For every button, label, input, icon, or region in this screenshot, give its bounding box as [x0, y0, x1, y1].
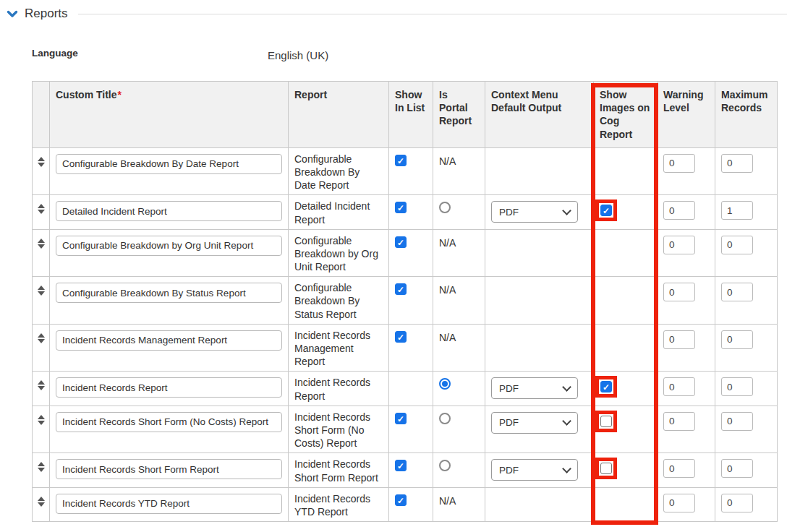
maximum-records-cell — [715, 195, 778, 229]
drag-cell — [33, 147, 50, 195]
warning-level-input[interactable] — [663, 494, 695, 512]
show-in-list-checkbox[interactable]: ✓ — [395, 331, 407, 343]
maximum-records-input[interactable] — [721, 377, 753, 396]
warning-level-cell — [658, 147, 715, 195]
drag-handle-icon[interactable] — [38, 157, 45, 167]
show-in-list-cell: ✓ — [389, 487, 433, 521]
context-menu-select[interactable]: PDF — [491, 459, 578, 481]
show-in-list-checkbox[interactable]: ✓ — [395, 494, 407, 506]
maximum-records-input[interactable] — [721, 201, 753, 220]
report-name-cell: Incident Records Report — [289, 372, 389, 406]
context-menu-select[interactable]: PDF — [491, 412, 578, 434]
context-menu-cell — [485, 277, 594, 325]
language-label: Language — [32, 48, 268, 59]
warning-level-input[interactable] — [663, 201, 695, 220]
is-portal-radio[interactable] — [439, 202, 451, 213]
custom-title-header: Custom Title* — [50, 82, 289, 148]
maximum-records-cell — [715, 453, 778, 487]
is-portal-radio[interactable] — [439, 413, 451, 424]
show-in-list-cell: ✓ — [389, 195, 433, 229]
custom-title-header-label: Custom Title — [56, 89, 117, 100]
context-menu-cell — [485, 229, 594, 277]
custom-title-input[interactable] — [56, 377, 282, 398]
custom-title-input[interactable] — [56, 412, 282, 432]
warning-level-input[interactable] — [663, 236, 695, 254]
show-in-list-cell: ✓ — [389, 277, 433, 325]
context-menu-selected-value: PDF — [499, 417, 519, 428]
custom-title-input[interactable] — [56, 154, 282, 174]
drag-handle-icon[interactable] — [38, 333, 45, 343]
drag-handle-icon[interactable] — [38, 286, 45, 296]
drag-handle-icon[interactable] — [38, 415, 45, 425]
show-in-list-checkbox[interactable]: ✓ — [395, 413, 407, 424]
warning-level-input[interactable] — [663, 412, 695, 431]
maximum-records-input[interactable] — [721, 236, 753, 254]
maximum-records-cell — [715, 372, 778, 406]
report-name: Incident Records Management Report — [294, 330, 370, 367]
warning-level-input[interactable] — [663, 459, 695, 478]
custom-title-input[interactable] — [56, 330, 282, 351]
custom-title-input[interactable] — [56, 201, 282, 221]
show-images-checkbox[interactable]: ✓ — [600, 381, 612, 392]
warning-level-input[interactable] — [663, 283, 695, 301]
context-menu-selected-value: PDF — [499, 465, 519, 476]
maximum-records-input[interactable] — [721, 330, 753, 349]
warning-level-input[interactable] — [663, 330, 695, 349]
is-portal-report-header: Is Portal Report — [433, 82, 485, 148]
is-portal-radio[interactable] — [439, 378, 451, 390]
drag-handle-icon[interactable] — [38, 380, 45, 390]
show-in-list-cell: ✓ — [389, 406, 433, 453]
context-menu-select[interactable]: PDF — [491, 377, 578, 399]
show-in-list-checkbox[interactable]: ✓ — [395, 236, 407, 248]
drag-handle-icon[interactable] — [38, 497, 45, 507]
context-menu-cell: PDF — [485, 453, 594, 487]
show-images-checkbox[interactable] — [600, 416, 612, 427]
maximum-records-input[interactable] — [721, 459, 753, 478]
custom-title-cell — [50, 406, 289, 453]
maximum-records-input[interactable] — [721, 154, 753, 173]
maximum-records-input[interactable] — [721, 412, 753, 431]
maximum-records-input[interactable] — [721, 283, 753, 301]
maximum-records-input[interactable] — [721, 494, 753, 512]
drag-handle-icon[interactable] — [38, 462, 45, 472]
show-in-list-checkbox[interactable]: ✓ — [395, 155, 407, 166]
custom-title-input[interactable] — [56, 494, 282, 514]
custom-title-input[interactable] — [56, 236, 282, 256]
context-menu-select[interactable]: PDF — [491, 201, 578, 223]
custom-title-cell — [50, 487, 289, 521]
annotation-box — [595, 458, 617, 479]
not-applicable-label: N/A — [439, 284, 456, 296]
show-images-checkbox[interactable] — [600, 463, 612, 474]
report-name: Configurable Breakdown By Status Report — [294, 282, 360, 319]
show-in-list-checkbox[interactable]: ✓ — [395, 283, 407, 295]
is-portal-report-cell — [433, 406, 485, 453]
show-in-list-header: Show In List — [389, 82, 433, 148]
custom-title-cell — [50, 229, 289, 277]
is-portal-report-cell: N/A — [433, 324, 485, 372]
language-value: English (UK) — [268, 49, 328, 61]
drag-handle-icon[interactable] — [38, 239, 45, 249]
show-images-checkbox[interactable]: ✓ — [600, 205, 612, 216]
not-applicable-label: N/A — [439, 332, 456, 343]
maximum-records-cell — [715, 229, 778, 277]
context-menu-cell: PDF — [485, 406, 594, 453]
collapse-chevron-icon[interactable] — [6, 8, 19, 20]
warning-level-cell — [658, 324, 715, 372]
warning-level-input[interactable] — [663, 377, 695, 396]
show-images-cell: ✓ — [594, 372, 658, 406]
custom-title-input[interactable] — [56, 459, 282, 479]
show-in-list-checkbox[interactable]: ✓ — [395, 202, 407, 213]
drag-cell — [33, 453, 50, 487]
custom-title-cell — [50, 324, 289, 372]
warning-level-input[interactable] — [663, 154, 695, 173]
custom-title-input[interactable] — [56, 283, 282, 303]
is-portal-radio[interactable] — [439, 460, 451, 471]
drag-cell — [33, 487, 50, 521]
drag-column-header — [33, 82, 50, 148]
drag-handle-icon[interactable] — [38, 204, 45, 214]
report-name-cell: Configurable Breakdown By Date Report — [289, 147, 389, 195]
report-name-cell: Incident Records Short Form (No Costs) R… — [289, 406, 389, 453]
report-name: Detailed Incident Report — [294, 200, 370, 225]
show-in-list-checkbox[interactable]: ✓ — [395, 460, 407, 471]
context-menu-cell — [485, 487, 594, 521]
